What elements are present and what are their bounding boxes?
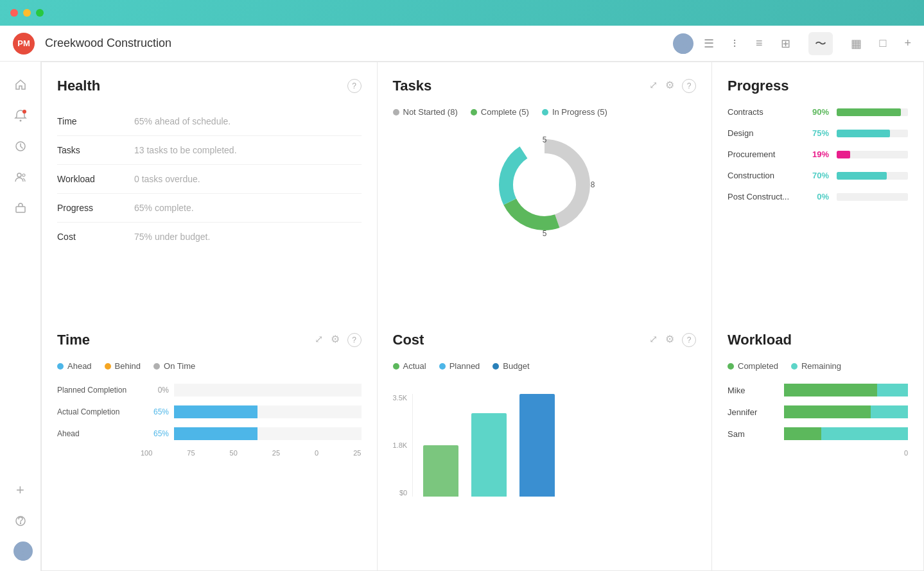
svg-text:8: 8: [590, 180, 595, 189]
workload-legend-item: Remaining: [791, 361, 841, 371]
cost-help-icon[interactable]: ?: [682, 333, 696, 347]
sidebar-add[interactable]: +: [8, 477, 33, 503]
grid-icon[interactable]: ⊞: [781, 37, 790, 51]
content-area: Health ? Time65% ahead of schedule.Tasks…: [41, 62, 924, 571]
cost-bar-actual-1: [423, 445, 458, 497]
progress-panel: Progress Contracts 90% Design 75% Procur…: [712, 62, 924, 316]
health-row: Progress65% complete.: [57, 194, 362, 223]
cost-y-label-top: 3.5K: [393, 394, 408, 402]
svg-point-3: [22, 110, 26, 114]
close-button[interactable]: [10, 9, 18, 17]
workload-panel: Workload CompletedRemaining Mike Jennife…: [712, 316, 924, 571]
tasks-legend-item: Not Started (8): [393, 107, 458, 117]
menu-icon[interactable]: ≡: [756, 37, 763, 50]
time-legend: AheadBehindOn Time: [57, 361, 362, 371]
time-panel: Time ⤢ ⚙ ? AheadBehindOn Time Planned Co…: [41, 316, 377, 571]
progress-row: Design 75%: [728, 128, 908, 138]
tasks-settings-icon[interactable]: ⚙: [665, 79, 674, 93]
time-bar-row: Ahead 65%: [57, 427, 362, 440]
legend-dot: [57, 363, 64, 370]
tasks-panel: Tasks ⤢ ⚙ ? Not Started (8)Complete (5)I…: [377, 62, 713, 316]
tasks-legend: Not Started (8)Complete (5)In Progress (…: [393, 107, 697, 117]
workload-legend-item: Completed: [728, 361, 778, 371]
sidebar-avatar[interactable]: [13, 541, 33, 561]
cost-bar-planned-2: [471, 413, 507, 497]
main-layout: + Health ? Time65% ahead of schedule.Tas…: [0, 62, 924, 571]
health-help-icon[interactable]: ?: [347, 79, 362, 93]
legend-dot: [105, 363, 111, 370]
sidebar-team[interactable]: [8, 164, 33, 190]
health-row: Time65% ahead of schedule.: [57, 107, 362, 136]
time-legend-item: Ahead: [57, 361, 92, 371]
health-row: Cost75% under budget.: [57, 223, 362, 251]
svg-point-2: [19, 120, 21, 122]
svg-point-1: [677, 47, 690, 54]
tasks-title: Tasks: [393, 78, 432, 94]
svg-point-14: [518, 158, 571, 212]
health-title: Health: [57, 78, 100, 94]
workload-axis-label: 0: [904, 449, 908, 457]
cost-settings-icon[interactable]: ⚙: [665, 333, 674, 347]
header: PM Creekwood Construction ☰ ⫶ ≡ ⊞ 〜 ▦ □ …: [0, 26, 924, 62]
health-panel: Health ? Time65% ahead of schedule.Tasks…: [41, 62, 377, 316]
sidebar-clock[interactable]: [8, 133, 33, 159]
calendar-icon[interactable]: ▦: [851, 37, 862, 51]
health-row: Tasks13 tasks to be completed.: [57, 136, 362, 165]
cost-group-2: [471, 413, 507, 497]
progress-row: Procurement 19%: [728, 149, 908, 159]
time-settings-icon[interactable]: ⚙: [331, 333, 340, 347]
cost-y-label-bottom: $0: [393, 489, 408, 497]
list-view-icon[interactable]: ☰: [704, 37, 714, 51]
progress-row: Contracts 90%: [728, 107, 908, 117]
time-title: Time: [57, 332, 90, 348]
sidebar-notifications[interactable]: [8, 103, 33, 128]
time-x-axis: 100755025025: [57, 449, 362, 457]
user-avatar[interactable]: [673, 33, 693, 54]
cost-legend-item: Planned: [439, 361, 480, 371]
svg-text:5: 5: [542, 229, 546, 238]
title-bar: [0, 0, 924, 26]
cost-group-1: [423, 445, 458, 497]
legend-dot: [791, 363, 798, 370]
activity-icon[interactable]: 〜: [808, 32, 833, 55]
legend-dot: [471, 109, 477, 115]
document-icon[interactable]: □: [880, 37, 887, 50]
time-legend-item: Behind: [105, 361, 141, 371]
svg-rect-7: [16, 207, 25, 212]
svg-point-0: [679, 37, 687, 45]
tasks-expand-icon[interactable]: ⤢: [649, 79, 658, 93]
project-title: Creekwood Construction: [45, 37, 658, 50]
add-icon[interactable]: +: [904, 37, 911, 50]
cost-y-label-mid: 1.8K: [393, 441, 408, 449]
bar-chart-icon[interactable]: ⫶: [732, 37, 738, 50]
pm-logo: PM: [13, 33, 35, 55]
progress-row: Construction 70%: [728, 171, 908, 180]
cost-panel: Cost ⤢ ⚙ ? ActualPlannedBudget 3.5K 1.8K…: [377, 316, 713, 571]
sidebar-help[interactable]: [8, 508, 33, 534]
workload-row: Mike: [728, 384, 908, 396]
legend-dot: [542, 109, 548, 115]
workload-row: Sam: [728, 427, 908, 440]
sidebar-briefcase[interactable]: [8, 195, 33, 221]
minimize-button[interactable]: [23, 9, 31, 17]
legend-dot: [439, 363, 446, 370]
workload-title: Workload: [728, 332, 792, 348]
maximize-button[interactable]: [36, 9, 44, 17]
header-nav: ☰ ⫶ ≡ ⊞ 〜 ▦ □ +: [704, 32, 911, 55]
sidebar: +: [0, 62, 41, 571]
time-legend-item: On Time: [153, 361, 195, 371]
cost-group-3: [519, 394, 555, 497]
tasks-legend-item: Complete (5): [471, 107, 529, 117]
time-expand-icon[interactable]: ⤢: [315, 333, 323, 347]
cost-legend-item: Budget: [493, 361, 529, 371]
time-help-icon[interactable]: ?: [347, 333, 362, 347]
progress-row: Post Construct... 0%: [728, 192, 908, 201]
svg-text:5: 5: [542, 135, 546, 144]
cost-expand-icon[interactable]: ⤢: [649, 333, 658, 347]
tasks-help-icon[interactable]: ?: [682, 79, 696, 93]
svg-point-9: [20, 545, 26, 552]
sidebar-home[interactable]: [8, 72, 33, 98]
health-row: Workload0 tasks overdue.: [57, 165, 362, 194]
cost-title: Cost: [393, 332, 424, 348]
donut-chart: 5 8 5: [393, 127, 697, 243]
